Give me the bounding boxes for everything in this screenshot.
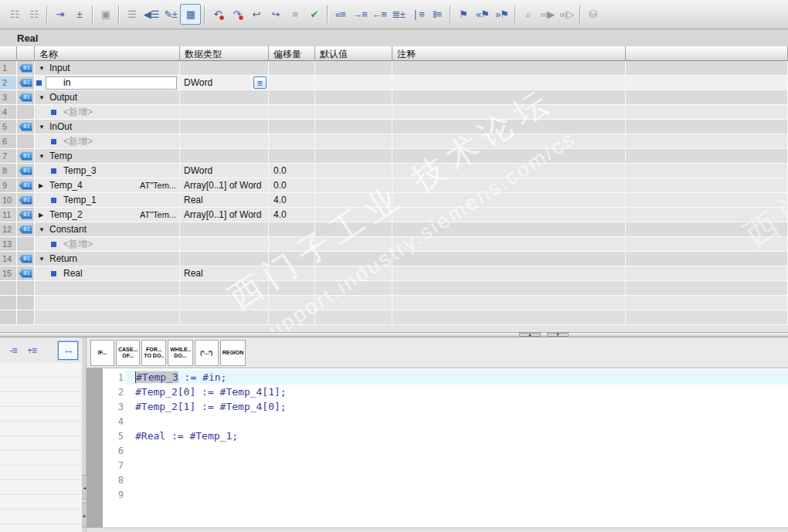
comment-cell[interactable] xyxy=(392,237,626,252)
toolbar-next-bookmark-icon[interactable]: »⚑ xyxy=(492,5,511,24)
comment-cell[interactable] xyxy=(392,164,626,178)
expander-closed-icon[interactable]: ▶ xyxy=(39,212,47,219)
datatype-cell[interactable] xyxy=(180,120,269,134)
toolbar-highlight-operands-icon[interactable]: ‖≡ xyxy=(427,5,447,24)
code-text[interactable]: #Temp_2[1] := #Temp_4[0]; xyxy=(135,401,287,412)
construct-button-while[interactable]: WHILE..DO... xyxy=(168,340,192,366)
code-line[interactable]: 1#Temp_3 := #in; xyxy=(87,370,788,385)
row-number-cell[interactable]: 9 xyxy=(0,178,17,193)
code-line[interactable]: 7 xyxy=(87,458,788,473)
header-cell-rownum[interactable] xyxy=(0,46,17,61)
toolbar-insert-network-icon[interactable]: ☷ xyxy=(5,5,24,24)
comment-cell[interactable] xyxy=(392,105,626,120)
code-text[interactable]: #Temp_3 := #in; xyxy=(135,371,226,383)
default-value-cell[interactable] xyxy=(315,222,392,237)
construct-button-for[interactable]: FOR...TO DO.. xyxy=(141,340,166,366)
expander-closed-icon[interactable]: ▶ xyxy=(39,182,47,189)
row-number-cell[interactable]: 11 xyxy=(0,208,17,222)
datatype-cell[interactable]: Real xyxy=(180,266,269,281)
name-cell[interactable]: ▶Temp_4AT"Tem... xyxy=(35,178,180,193)
comment-cell[interactable] xyxy=(392,222,626,237)
name-cell[interactable]: ▼Input xyxy=(35,61,180,76)
toolbar-open-block-icon[interactable]: ⇥ xyxy=(50,5,70,24)
toolbar-redo-icon[interactable]: ↷ xyxy=(227,5,246,24)
default-value-cell[interactable] xyxy=(315,266,392,281)
toolbar-indent-icon[interactable]: →≡ xyxy=(350,5,369,24)
header-cell-comment[interactable]: 注释 xyxy=(392,46,626,61)
offset-cell[interactable] xyxy=(269,105,315,120)
absolute-operands-toggle-icon[interactable]: ↔ xyxy=(58,341,78,360)
header-cell-datatype[interactable]: 数据类型 xyxy=(180,46,269,61)
expander-open-icon[interactable]: ▼ xyxy=(39,65,47,72)
offset-cell[interactable] xyxy=(269,90,315,105)
datatype-cell[interactable]: Array[0..1] of Word xyxy=(180,208,269,222)
comment-cell[interactable] xyxy=(392,120,626,134)
toolbar-data-block-lock-icon[interactable]: ⛁ xyxy=(583,5,603,24)
code-text[interactable]: #Real := #Temp_1; xyxy=(135,430,238,442)
name-cell[interactable]: <新增> xyxy=(35,105,180,120)
datatype-cell[interactable] xyxy=(180,61,269,76)
default-value-cell[interactable] xyxy=(315,237,392,252)
name-cell[interactable]: ▼Output xyxy=(35,90,180,105)
toolbar-absolute-operands-icon[interactable]: ❘≡ xyxy=(408,5,427,24)
header-cell-icon[interactable] xyxy=(17,46,35,61)
offset-cell[interactable]: 4.0 xyxy=(269,208,315,222)
datatype-cell[interactable] xyxy=(180,149,269,164)
comment-cell[interactable] xyxy=(392,90,626,105)
comment-cell[interactable] xyxy=(392,61,626,76)
name-cell[interactable]: <新增> xyxy=(35,237,180,252)
name-cell[interactable]: <新增> xyxy=(35,134,180,149)
toolbar-insert-row-icon[interactable]: ± xyxy=(70,5,89,24)
toolbar-renumber-icon[interactable]: ≣± xyxy=(389,5,408,24)
header-cell-name[interactable]: 名称 xyxy=(35,46,180,61)
toolbar-find-replace-icon[interactable]: ⌕ xyxy=(518,5,538,24)
comment-cell[interactable] xyxy=(392,178,626,193)
toolbar-goto-previous-icon[interactable]: «≡ xyxy=(331,5,350,24)
datatype-cell[interactable] xyxy=(180,90,269,105)
splitter-collapse-down-button[interactable]: ▼ xyxy=(547,333,569,337)
row-number-cell[interactable]: 15 xyxy=(0,266,17,281)
datatype-cell[interactable] xyxy=(180,237,269,252)
toolbar-network-overview-icon[interactable]: ☰ xyxy=(122,5,141,24)
row-number-cell[interactable]: 14 xyxy=(0,252,17,266)
offset-cell[interactable]: 0.0 xyxy=(269,164,315,178)
code-line[interactable]: 6 xyxy=(87,443,788,458)
row-number-cell[interactable]: 12 xyxy=(0,222,17,237)
default-value-cell[interactable] xyxy=(315,208,392,222)
default-value-cell[interactable] xyxy=(315,178,392,193)
default-value-cell[interactable] xyxy=(315,120,392,134)
comment-cell[interactable] xyxy=(392,266,626,281)
name-cell[interactable]: Temp_1 xyxy=(35,193,180,208)
header-cell-offset[interactable]: 偏移量 xyxy=(269,46,315,61)
offset-cell[interactable] xyxy=(269,252,315,266)
toolbar-monitor-on-icon[interactable]: ∞▶ xyxy=(538,5,557,24)
default-value-cell[interactable] xyxy=(315,76,392,90)
datatype-cell[interactable]: DWord≣ xyxy=(180,76,269,90)
code-line[interactable]: 3#Temp_2[1] := #Temp_4[0]; xyxy=(87,399,788,414)
row-number-cell[interactable]: 10 xyxy=(0,193,17,208)
horizontal-splitter[interactable]: ▲ ▼ xyxy=(0,332,788,337)
toolbar-outdent-icon[interactable]: ←≡ xyxy=(369,5,389,24)
expand-all-icon[interactable]: +≡ xyxy=(22,342,41,359)
toolbar-syntax-check-icon[interactable]: ✔ xyxy=(304,5,324,24)
code-line[interactable]: 5#Real := #Temp_1; xyxy=(87,429,788,443)
name-cell[interactable]: ▼Constant xyxy=(35,222,180,237)
name-cell[interactable]: ▼Return xyxy=(35,252,180,266)
default-value-cell[interactable] xyxy=(315,193,392,208)
offset-cell[interactable] xyxy=(269,149,315,164)
collapse-all-icon[interactable]: -≡ xyxy=(4,342,22,359)
code-line[interactable]: 9 xyxy=(87,487,788,502)
offset-cell[interactable] xyxy=(269,266,315,281)
name-cell[interactable]: Temp_3 xyxy=(35,164,180,178)
default-value-cell[interactable] xyxy=(315,61,392,76)
comment-cell[interactable] xyxy=(392,193,626,208)
toolbar-insert-empty-box-icon[interactable]: ☷ xyxy=(24,5,43,24)
datatype-cell[interactable] xyxy=(180,105,269,120)
row-number-cell[interactable]: 4 xyxy=(0,105,17,120)
construct-button-region[interactable]: REGION xyxy=(220,340,246,366)
toolbar-insert-comment-icon[interactable]: ✎± xyxy=(161,5,180,24)
expander-open-icon[interactable]: ▼ xyxy=(39,124,47,130)
name-cell[interactable]: ▼InOut xyxy=(35,120,180,134)
name-cell[interactable]: ▶Temp_2AT"Tem... xyxy=(35,208,180,222)
construct-button-if[interactable]: IF... xyxy=(90,340,114,366)
